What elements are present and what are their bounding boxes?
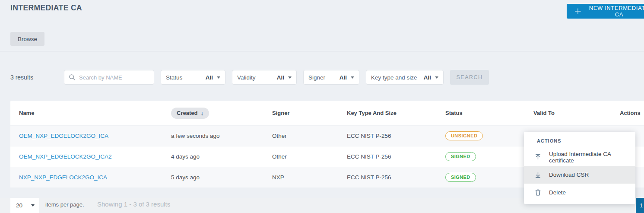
column-header-validto: Valid To xyxy=(525,110,611,116)
column-header-signer: Signer xyxy=(263,110,338,116)
cell-keytype: ECC NIST P-256 xyxy=(338,174,437,181)
cell-created: 4 days ago xyxy=(162,153,263,160)
chevron-down-icon xyxy=(288,76,292,79)
filter-validity-value: All xyxy=(277,74,284,81)
upload-icon xyxy=(534,153,542,161)
filter-validity-label: Validity xyxy=(237,74,256,81)
cell-name: NXP_NXP_EDGELOCK2GO_ICA xyxy=(10,174,162,181)
cell-created: a few seconds ago xyxy=(162,133,263,139)
trash-icon xyxy=(534,189,542,196)
filter-keytype-label: Key type and size xyxy=(371,74,417,81)
results-count: 3 results xyxy=(10,74,64,81)
download-icon xyxy=(534,171,542,178)
cell-signer: Other xyxy=(263,153,338,160)
cell-signer: NXP xyxy=(263,174,338,181)
filter-validity-dropdown[interactable]: Validity All xyxy=(232,70,297,85)
search-button[interactable]: SEARCH xyxy=(450,70,489,85)
menu-item-download-csr[interactable]: Download CSR xyxy=(524,166,635,184)
cell-name: OEM_NXP_EDGELOCK2GO_ICA xyxy=(10,133,162,139)
chevron-down-icon xyxy=(351,76,354,79)
pagination-page-1[interactable]: 1 xyxy=(636,198,644,213)
menu-item-delete[interactable]: Delete xyxy=(524,184,635,201)
showing-results-text: Showing 1 - 3 of 3 results xyxy=(97,200,170,208)
cell-created: 5 days ago xyxy=(162,174,263,181)
cell-keytype: ECC NIST P-256 xyxy=(338,133,437,139)
sort-desc-icon: ↓ xyxy=(200,110,203,117)
new-intermediate-ca-label: NEW INTERMEDIATE CA xyxy=(587,5,644,18)
page-title: INTERMEDIATE CA xyxy=(10,3,82,13)
cell-keytype: ECC NIST P-256 xyxy=(338,153,437,160)
filter-status-value: All xyxy=(206,74,213,81)
filter-keytype-dropdown[interactable]: Key type and size All xyxy=(366,70,444,85)
cell-status: SIGNED xyxy=(437,152,525,161)
status-badge: UNSIGNED xyxy=(445,131,483,140)
chevron-down-icon xyxy=(217,76,220,79)
chevron-down-icon xyxy=(435,76,438,79)
page-size-select[interactable]: 20 xyxy=(10,198,39,213)
new-intermediate-ca-button[interactable]: NEW INTERMEDIATE CA xyxy=(567,4,644,19)
cell-status: SIGNED xyxy=(437,173,525,182)
actions-context-menu: ACTIONS Upload Intermediate CA certifica… xyxy=(524,132,635,204)
cell-status: UNSIGNED xyxy=(437,131,525,140)
menu-item-label: Upload Intermediate CA certificate xyxy=(549,151,635,164)
created-sort-pill[interactable]: Created ↓ xyxy=(171,108,209,119)
items-per-page-label: items per page. xyxy=(45,201,84,208)
menu-item-label: Delete xyxy=(549,189,566,196)
ca-name-link[interactable]: OEM_NXP_EDGELOCK2GO_ICA xyxy=(19,133,108,139)
search-input[interactable] xyxy=(79,74,149,81)
filter-signer-label: Signer xyxy=(308,74,325,81)
search-icon xyxy=(69,74,76,81)
cell-signer: Other xyxy=(263,133,338,139)
menu-item-label: Download CSR xyxy=(549,172,589,178)
cell-name: OEM_NXP_EDGELOCK2GO_ICA2 xyxy=(10,153,162,160)
menu-item-upload-certificate[interactable]: Upload Intermediate CA certificate xyxy=(524,148,635,166)
filter-status-dropdown[interactable]: Status All xyxy=(161,70,225,85)
column-header-name: Name xyxy=(10,110,162,116)
column-header-created-label: Created xyxy=(177,110,197,116)
table-header-row: Name Created ↓ Signer Key Type And Size … xyxy=(10,101,644,125)
status-badge: SIGNED xyxy=(445,173,476,182)
column-header-actions: Actions xyxy=(611,110,644,116)
search-box xyxy=(64,70,154,85)
filter-signer-dropdown[interactable]: Signer All xyxy=(303,70,359,85)
actions-menu-title: ACTIONS xyxy=(524,138,635,148)
filter-status-label: Status xyxy=(166,74,182,81)
filter-keytype-value: All xyxy=(424,74,431,81)
chevron-down-icon xyxy=(31,204,35,207)
filter-bar: 3 results Status All Validity All Signer… xyxy=(10,70,489,85)
column-header-status: Status xyxy=(437,110,525,116)
status-badge: SIGNED xyxy=(445,152,476,161)
header-divider xyxy=(0,51,644,51)
page-size-value: 20 xyxy=(16,202,22,209)
tab-browse[interactable]: Browse xyxy=(10,32,44,46)
ca-name-link[interactable]: NXP_NXP_EDGELOCK2GO_ICA xyxy=(19,174,107,181)
filter-signer-value: All xyxy=(339,74,347,81)
ca-name-link[interactable]: OEM_NXP_EDGELOCK2GO_ICA2 xyxy=(19,153,112,160)
plus-icon xyxy=(574,8,581,15)
column-header-created: Created ↓ xyxy=(162,108,263,119)
column-header-keytype: Key Type And Size xyxy=(338,110,437,116)
